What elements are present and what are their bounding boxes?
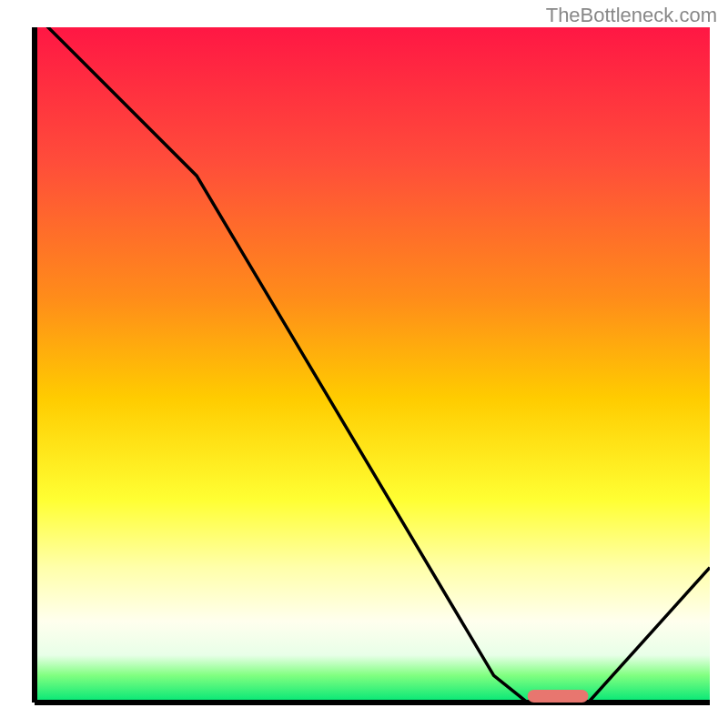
- chart-svg: [0, 0, 728, 728]
- watermark-text: TheBottleneck.com: [546, 4, 717, 27]
- gradient-background: [35, 27, 710, 703]
- bottleneck-chart: TheBottleneck.com: [0, 0, 728, 728]
- optimal-range-marker: [528, 690, 589, 703]
